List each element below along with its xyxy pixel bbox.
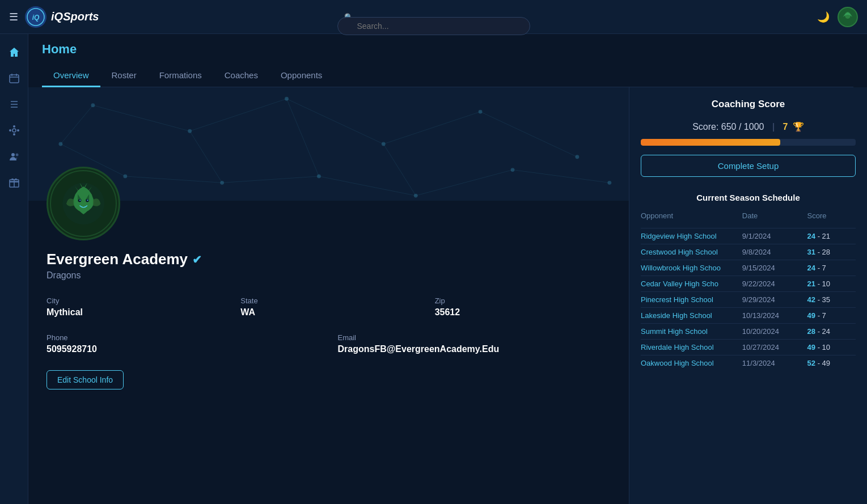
schedule-row: Ridgeview High School 9/1/2024 24 - 21	[641, 228, 856, 244]
header-opponent: Opponent	[641, 211, 738, 220]
schedule-rows: Ridgeview High School 9/1/2024 24 - 21 C…	[641, 228, 856, 371]
opponent-name: Summit High School	[641, 327, 738, 336]
opponent-name: Ridgeview High School	[641, 232, 738, 240]
game-score: 42 - 35	[807, 295, 856, 304]
sidebar	[0, 34, 28, 504]
email-field: Email DragonsFB@EvergreenAcademy.Edu	[338, 333, 611, 354]
sidebar-item-calendar[interactable]	[3, 67, 26, 90]
svg-point-43	[575, 155, 579, 159]
theme-toggle-icon[interactable]: 🌙	[817, 11, 830, 23]
main-content: Home Overview Roster Formations Coaches …	[28, 34, 867, 504]
game-date: 9/8/2024	[742, 248, 803, 256]
sidebar-item-formations[interactable]	[3, 119, 26, 142]
opponent-name: Oakwood High School	[641, 359, 738, 367]
svg-point-55	[79, 200, 81, 201]
tab-opponents[interactable]: Opponents	[269, 65, 333, 87]
schedule-row: Willowbrook High Schoo 9/15/2024 24 - 7	[641, 260, 856, 276]
layout: Home Overview Roster Formations Coaches …	[0, 34, 867, 504]
svg-rect-5	[10, 75, 19, 83]
phone-field: Phone 5095928710	[46, 333, 320, 354]
sidebar-item-gifts[interactable]	[3, 171, 26, 194]
tab-overview[interactable]: Overview	[42, 65, 100, 87]
opponent-name: Pinecrest High School	[641, 295, 738, 304]
schedule-row: Lakeside High School 10/13/2024 49 - 7	[641, 307, 856, 323]
email-label: Email	[338, 333, 611, 342]
complete-setup-button[interactable]: Complete Setup	[641, 155, 856, 177]
team-name: Evergreen Academy ✔	[46, 251, 611, 268]
svg-point-39	[188, 129, 192, 133]
svg-point-56	[87, 200, 88, 201]
tab-roster[interactable]: Roster	[100, 65, 148, 87]
coaching-score-title: Coaching Score	[641, 99, 856, 110]
game-score: 31 - 28	[807, 248, 856, 256]
phone-value: 5095928710	[46, 344, 320, 354]
svg-point-49	[59, 142, 63, 146]
profile-section: Evergreen Academy ✔ Dragons City Mythica…	[28, 87, 629, 504]
sidebar-item-team[interactable]	[3, 145, 26, 168]
progress-bar-fill	[641, 139, 780, 146]
game-score: 28 - 24	[807, 327, 856, 336]
game-date: 9/1/2024	[742, 232, 803, 240]
game-score: 21 - 10	[807, 279, 856, 288]
zip-value: 35612	[435, 307, 611, 317]
svg-text:iQ: iQ	[32, 14, 40, 22]
info-grid-contact: Phone 5095928710 Email DragonsFB@Evergre…	[46, 333, 611, 354]
topnav: ☰ iQ iQSports 🔍 🌙	[0, 0, 867, 34]
main-header: Home Overview Roster Formations Coaches …	[28, 34, 867, 87]
game-date: 9/29/2024	[742, 295, 803, 304]
score-text: Score: 650 / 1000	[692, 122, 767, 132]
menu-icon[interactable]: ☰	[9, 11, 18, 23]
logo-icon: iQ	[25, 6, 46, 28]
svg-point-41	[382, 142, 386, 146]
header-score: Score	[807, 211, 856, 220]
topnav-right: 🌙	[817, 7, 858, 27]
avatar[interactable]	[838, 7, 858, 27]
svg-point-16	[17, 129, 19, 132]
opponent-name: Crestwood High School	[641, 248, 738, 256]
search-input[interactable]	[337, 17, 530, 35]
sidebar-item-home[interactable]	[3, 41, 26, 63]
game-date: 9/15/2024	[742, 264, 803, 272]
city-field: City Mythical	[46, 297, 222, 317]
svg-point-13	[13, 125, 15, 128]
content-area: Evergreen Academy ✔ Dragons City Mythica…	[28, 87, 867, 504]
svg-point-12	[12, 129, 16, 132]
tab-coaches[interactable]: Coaches	[213, 65, 269, 87]
sidebar-item-list[interactable]	[3, 93, 26, 116]
phone-label: Phone	[46, 333, 320, 342]
game-date: 11/3/2024	[742, 359, 803, 367]
svg-point-40	[285, 97, 289, 101]
info-grid-location: City Mythical State WA Zip 35612	[46, 297, 611, 317]
opponent-name: Lakeside High School	[641, 311, 738, 320]
svg-point-18	[15, 154, 18, 156]
tab-bar: Overview Roster Formations Coaches Oppon…	[42, 65, 853, 87]
schedule-row: Cedar Valley High Scho 9/22/2024 21 - 10	[641, 276, 856, 291]
zip-label: Zip	[435, 297, 611, 305]
game-score: 24 - 7	[807, 264, 856, 272]
opponent-name: Cedar Valley High Scho	[641, 279, 738, 288]
game-score: 24 - 21	[807, 232, 856, 240]
game-score: 49 - 7	[807, 311, 856, 320]
city-label: City	[46, 297, 222, 305]
page-title: Home	[42, 42, 853, 57]
game-date: 9/22/2024	[742, 279, 803, 288]
header-date: Date	[742, 211, 803, 220]
city-value: Mythical	[46, 307, 222, 317]
game-score: 49 - 10	[807, 343, 856, 351]
game-score: 52 - 49	[807, 359, 856, 367]
tab-formations[interactable]: Formations	[148, 65, 213, 87]
game-date: 10/27/2024	[742, 343, 803, 351]
score-display: Score: 650 / 1000 | 7 🏆	[641, 121, 856, 132]
logo-text: iQSports	[51, 10, 99, 23]
team-avatar	[46, 167, 120, 240]
verified-icon: ✔	[192, 253, 202, 266]
team-mascot: Dragons	[46, 270, 611, 281]
schedule-row: Pinecrest High School 9/29/2024 42 - 35	[641, 291, 856, 307]
logo: iQ iQSports	[25, 6, 99, 28]
game-date: 10/20/2024	[742, 327, 803, 336]
opponent-name: Willowbrook High Schoo	[641, 264, 738, 272]
state-label: State	[240, 297, 416, 305]
svg-point-17	[11, 153, 15, 156]
schedule-row: Riverdale High School 10/27/2024 49 - 10	[641, 339, 856, 355]
edit-school-info-button[interactable]: Edit School Info	[46, 370, 124, 389]
